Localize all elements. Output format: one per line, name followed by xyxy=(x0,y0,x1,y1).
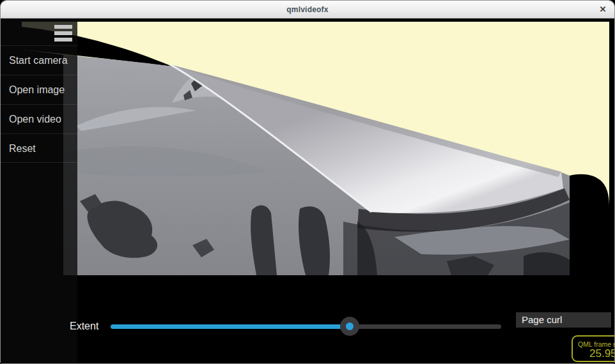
menu-icon-bar xyxy=(54,38,72,42)
window-title: qmlvideofx xyxy=(1,5,614,14)
sidebar: Start camera Open image Open video Reset xyxy=(1,19,77,364)
app-window: qmlvideofx ✕ xyxy=(0,0,615,364)
sidebar-item-open-image[interactable]: Open image xyxy=(1,75,77,104)
sidebar-menu: Start camera Open image Open video Reset xyxy=(1,45,77,163)
menu-icon-bar xyxy=(54,31,72,35)
menu-icon-bar xyxy=(54,25,72,29)
sidebar-item-start-camera[interactable]: Start camera xyxy=(1,45,77,75)
main-area: Start camera Open image Open video Reset… xyxy=(1,19,614,364)
extent-slider[interactable] xyxy=(111,315,501,335)
slider-handle-dot xyxy=(346,322,354,330)
slider-handle[interactable] xyxy=(340,317,359,336)
extent-slider-label: Extent xyxy=(70,321,98,332)
menu-icon[interactable] xyxy=(54,25,72,43)
fps-badge-value: 25.95 xyxy=(589,347,615,360)
sidebar-item-open-video[interactable]: Open video xyxy=(1,104,77,133)
fps-badge: QML frame r... 25.95 xyxy=(572,335,615,362)
slider-track-rest[interactable] xyxy=(350,324,501,329)
close-icon[interactable]: ✕ xyxy=(598,4,608,15)
titlebar: qmlvideofx ✕ xyxy=(1,1,614,19)
sidebar-item-reset[interactable]: Reset xyxy=(1,133,77,163)
slider-track-filled[interactable] xyxy=(111,324,350,329)
effect-selector-button[interactable]: Page curl xyxy=(516,312,611,328)
